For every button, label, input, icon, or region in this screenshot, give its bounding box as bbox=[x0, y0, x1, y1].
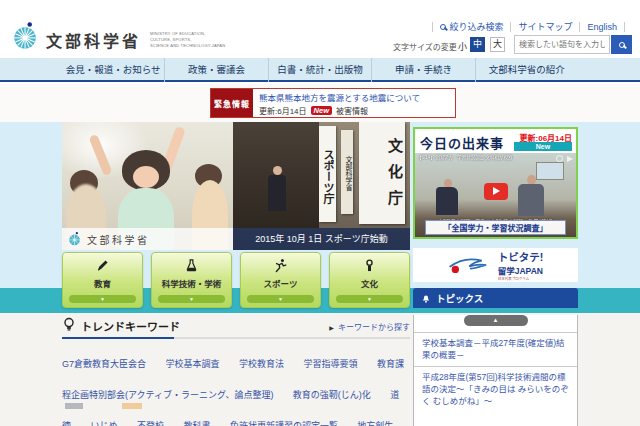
todays-events-title: 今日の出来事 bbox=[420, 133, 504, 152]
new-badge: New bbox=[311, 106, 332, 115]
trend-keyword-link[interactable]: 不登校 bbox=[137, 421, 164, 426]
filtered-search-link[interactable]: 絞り込み検索 bbox=[440, 20, 503, 33]
chevron-down-icon[interactable]: ▼ bbox=[158, 295, 224, 303]
sign-sports-agency: スポーツ庁 bbox=[319, 126, 336, 222]
topics-body: ▲ 学校基本調査－平成27年度(確定値)結果の概要－ 平成28年度(第57回)科… bbox=[413, 315, 578, 426]
trend-keyword-link[interactable]: いじめ bbox=[90, 421, 117, 426]
sign-mext: 文部科学省 bbox=[341, 130, 353, 214]
lightbulb-icon bbox=[62, 317, 76, 332]
share-icon[interactable] bbox=[567, 156, 573, 162]
trend-keyword-link[interactable]: 教育の強靭(じん)化 bbox=[293, 390, 371, 400]
topics-list: 学校基本調査－平成27年度(確定値)結果の概要－ 平成28年度(第57回)科学技… bbox=[414, 332, 577, 412]
topic-item: 学校基本調査－平成27年度(確定値)結果の概要－ bbox=[414, 332, 577, 366]
sign-culture-agency: 文化庁 bbox=[359, 122, 405, 224]
hero-logo-overlay: 文部科学省 bbox=[62, 228, 233, 250]
category-education-button[interactable]: 教育 ▼ bbox=[62, 252, 143, 308]
emergency-body: 熊本県熊本地方を震源とする地震について 更新:6月14日 New 被害情報 bbox=[253, 89, 426, 117]
search-button[interactable] bbox=[611, 35, 632, 54]
arrow-right-icon: ▶ bbox=[329, 325, 334, 331]
scroll-up-button[interactable]: ▲ bbox=[464, 315, 528, 326]
mext-logo-icon[interactable] bbox=[12, 22, 40, 50]
utility-links: 絞り込み検索 サイトマップ English bbox=[425, 20, 632, 33]
trend-keyword-link[interactable]: 免許状更新講習の認定一覧 bbox=[230, 421, 338, 426]
global-nav: 会見・報道・お知らせ 政策・審議会 白書・統計・出版物 申請・手続き 文部科学省… bbox=[62, 58, 578, 82]
new-badge: New bbox=[514, 142, 572, 151]
category-sports-button[interactable]: スポーツ ▼ bbox=[240, 252, 321, 308]
cropped-section-fragment bbox=[122, 403, 142, 409]
category-buttons: 教育 ▼ 科学技術・学術 ▼ スポーツ ▼ 文化 ▼ bbox=[62, 252, 410, 308]
flask-icon bbox=[184, 258, 199, 273]
video-caption-main: 「全国学力・学習状況調査」 bbox=[425, 220, 567, 235]
font-size-small-button[interactable]: 小 bbox=[458, 40, 467, 53]
hero-photo-sports-agency[interactable]: スポーツ庁 文部科学省 文化庁 2015年 10月 1日 スポーツ庁始動 bbox=[233, 122, 410, 250]
topic-link[interactable]: 学校基本調査－平成27年度(確定値)結果の概要－ bbox=[422, 337, 569, 362]
pencil-icon bbox=[95, 258, 110, 273]
trend-keyword-link[interactable]: G7倉敷教育大臣会合 bbox=[62, 359, 146, 369]
divider bbox=[624, 22, 625, 32]
nav-item-policy[interactable]: 政策・審議会 bbox=[164, 58, 267, 82]
todays-events-panel: 今日の出来事 更新:06月14日 New 【6/14】全国学力・学習状況調査 文… bbox=[413, 127, 578, 239]
search-input[interactable] bbox=[514, 35, 610, 54]
divider bbox=[510, 22, 511, 32]
nav-item-about[interactable]: 文部科学省の紹介 bbox=[475, 58, 578, 82]
trend-keyword-link[interactable]: 学習指導要領 bbox=[303, 359, 357, 369]
topic-link[interactable]: 平成28年度(第57回)科学技術週間の標語の決定〜「きみの目は みらいをのぞく … bbox=[422, 371, 569, 408]
mext-logo-icon bbox=[68, 232, 82, 246]
search-icon bbox=[619, 42, 625, 48]
english-link[interactable]: English bbox=[587, 22, 617, 32]
hero-photo-children[interactable]: 文部科学省 bbox=[62, 122, 233, 250]
divider bbox=[579, 22, 580, 32]
tobitate-bird-icon bbox=[448, 253, 492, 277]
cropped-section-fragment bbox=[65, 403, 83, 409]
category-culture-button[interactable]: 文化 ▼ bbox=[329, 252, 410, 308]
trend-keyword-link[interactable]: 学校基本調査 bbox=[165, 359, 219, 369]
browse-by-keyword: ▶ キーワードから探す bbox=[329, 321, 410, 332]
nav-item-applications[interactable]: 申請・手続き bbox=[371, 58, 474, 82]
tobitate-banner[interactable]: トビタテ! 留学JAPAN 日本代表プログラム bbox=[413, 248, 578, 282]
medal-icon bbox=[362, 258, 377, 273]
sitemap-link[interactable]: サイトマップ bbox=[518, 20, 572, 33]
chevron-down-icon[interactable]: ▼ bbox=[69, 295, 135, 303]
brand-name[interactable]: 文部科学省 bbox=[46, 28, 141, 52]
font-size-label: 文字サイズの変更 bbox=[393, 41, 457, 52]
video-player[interactable]: 【6/14】全国学力・学習状況調査 文科相が視察 小6児童の国語・算数、中3生徒… bbox=[415, 153, 576, 237]
emergency-banner: 緊急情報 熊本県熊本地方を震源とする地震について 更新:6月14日 New 被害… bbox=[210, 88, 456, 118]
divider bbox=[432, 22, 433, 32]
topic-item: 平成28年度(第57回)科学技術週間の標語の決定〜「きみの目は みらいをのぞく … bbox=[414, 366, 577, 412]
topics-header: トピックス bbox=[413, 288, 578, 308]
runner-icon bbox=[273, 258, 288, 273]
topics-panel: トピックス ▲ 学校基本調査－平成27年度(確定値)結果の概要－ 平成28年度(… bbox=[413, 288, 578, 426]
play-button-icon[interactable] bbox=[484, 183, 508, 200]
trend-keyword-link[interactable]: 地方創生 bbox=[357, 421, 393, 426]
trend-keywords-section: トレンドキーワード ▶ キーワードから探す G7倉敷教育大臣会合 学校基本調査 … bbox=[62, 316, 410, 426]
video-title-overlay: 【6/14】全国学力・学習状況調査 文科相が視察 bbox=[417, 154, 513, 160]
font-size-medium-button[interactable]: 中 bbox=[470, 37, 485, 52]
emergency-label: 緊急情報 bbox=[211, 89, 253, 117]
hero-logo-text: 文部科学省 bbox=[87, 232, 150, 247]
category-science-button[interactable]: 科学技術・学術 ▼ bbox=[151, 252, 232, 308]
divider bbox=[62, 337, 410, 339]
trend-header: トレンドキーワード ▶ キーワードから探す bbox=[62, 316, 410, 334]
mext-homepage: 文部科学省 MINISTRY OF EDUCATION, CULTURE, SP… bbox=[0, 0, 640, 426]
filter-search-icon bbox=[440, 24, 446, 30]
info-icon[interactable] bbox=[556, 155, 563, 162]
hero-caption: 2015年 10月 1日 スポーツ庁始動 bbox=[233, 228, 410, 250]
tobitate-text: トビタテ! 留学JAPAN 日本代表プログラム bbox=[498, 249, 544, 281]
trend-title: トレンドキーワード bbox=[81, 318, 180, 334]
chevron-down-icon[interactable]: ▼ bbox=[336, 295, 402, 303]
bell-icon bbox=[421, 293, 431, 304]
trend-keyword-link[interactable]: 学校教育法 bbox=[239, 359, 284, 369]
emergency-link[interactable]: 熊本県熊本地方を震源とする地震について bbox=[259, 93, 420, 103]
font-size-large-button[interactable]: 大 bbox=[490, 37, 505, 52]
nav-item-publications[interactable]: 白書・統計・出版物 bbox=[268, 58, 371, 82]
nav-item-press[interactable]: 会見・報道・お知らせ bbox=[62, 58, 164, 82]
emergency-update-line: 更新:6月14日 New 被害情報 bbox=[259, 105, 420, 116]
keyword-list: G7倉敷教育大臣会合 学校基本調査 学校教育法 学習指導要領 教育課程企画特別部… bbox=[62, 346, 410, 426]
brand-english: MINISTRY OF EDUCATION, CULTURE, SPORTS, … bbox=[150, 31, 225, 49]
trend-keyword-link[interactable]: 教科書 bbox=[183, 421, 210, 426]
browse-by-keyword-link[interactable]: キーワードから探す bbox=[338, 323, 410, 332]
chevron-down-icon[interactable]: ▼ bbox=[247, 295, 313, 303]
